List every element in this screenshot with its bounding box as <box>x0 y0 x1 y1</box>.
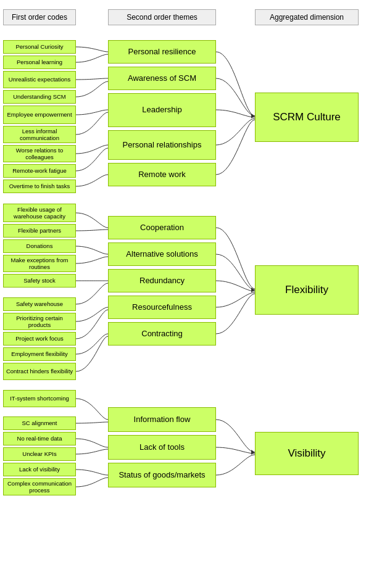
second-theme-awareness-scm: Awareness of SCM <box>108 67 216 90</box>
header-col1: First order codes <box>3 9 76 25</box>
diagram-container: First order codes Second order themes Ag… <box>0 0 366 588</box>
first-code-unclear-kpis: Unclear KPIs <box>3 447 76 461</box>
first-code-personal-learning: Personal learning <box>3 56 76 69</box>
agg-visibility: Visibility <box>255 432 359 475</box>
first-code-donations: Donations <box>3 239 76 253</box>
first-code-project-work: Project work focus <box>3 332 76 346</box>
first-code-less-informal: Less informal communication <box>3 126 76 143</box>
second-theme-information-flow: Information flow <box>108 407 216 432</box>
second-theme-alternative-solutions: Alternative solutions <box>108 242 216 266</box>
first-code-contract-hinders: Contract hinders flexibility <box>3 363 76 380</box>
second-theme-status-goods: Status of goods/markets <box>108 463 216 487</box>
header-col3: Aggregated dimension <box>255 9 359 25</box>
first-code-overtime: Overtime to finish tasks <box>3 180 76 193</box>
first-code-safety-warehouse: Safety warehouse <box>3 297 76 311</box>
first-code-flexible-partners: Flexible partners <box>3 224 76 238</box>
second-theme-personal-relationships: Personal relationships <box>108 130 216 160</box>
second-theme-cooperation: Cooperation <box>108 216 216 239</box>
agg-scrm-culture: SCRM Culture <box>255 93 359 142</box>
first-code-lack-visibility: Lack of visibility <box>3 463 76 476</box>
second-theme-remote-work: Remote work <box>108 163 216 186</box>
first-code-make-exceptions: Make exceptions from routines <box>3 255 76 272</box>
first-code-employee-empowerment: Employee empowerment <box>3 106 76 124</box>
second-theme-redundancy: Redundancy <box>108 269 216 292</box>
second-theme-contracting: Contracting <box>108 322 216 346</box>
second-theme-lack-of-tools: Lack of tools <box>108 435 216 460</box>
first-code-understanding-scm: Understanding SCM <box>3 90 76 104</box>
first-code-prioritizing: Prioritizing certain products <box>3 313 76 330</box>
layout: First order codes Second order themes Ag… <box>3 6 363 574</box>
first-code-employment-flexibility: Employment flexibility <box>3 347 76 361</box>
second-theme-personal-resilience: Personal resilience <box>108 40 216 64</box>
first-code-unrealistic-expectations: Unrealistic expectations <box>3 71 76 88</box>
first-code-sc-alignment: SC alignment <box>3 416 76 430</box>
first-code-no-realtime: No real-time data <box>3 432 76 445</box>
first-code-flexible-warehouse: Flexible usage of warehouse capacity <box>3 204 76 222</box>
second-theme-resourcefulness: Resourcefulness <box>108 296 216 319</box>
first-code-remote-work-fatigue: Remote-work fatigue <box>3 164 76 178</box>
header-col2: Second order themes <box>108 9 216 25</box>
agg-flexibility: Flexibility <box>255 265 359 315</box>
first-code-it-system: IT-system shortcoming <box>3 390 76 407</box>
second-theme-leadership: Leadership <box>108 93 216 127</box>
first-code-worse-relations: Worse relations to colleagues <box>3 145 76 162</box>
first-code-personal-curiosity: Personal Curiosity <box>3 40 76 54</box>
first-code-safety-stock: Safety stock <box>3 274 76 288</box>
first-code-complex-communication: Complex communication process <box>3 478 76 495</box>
